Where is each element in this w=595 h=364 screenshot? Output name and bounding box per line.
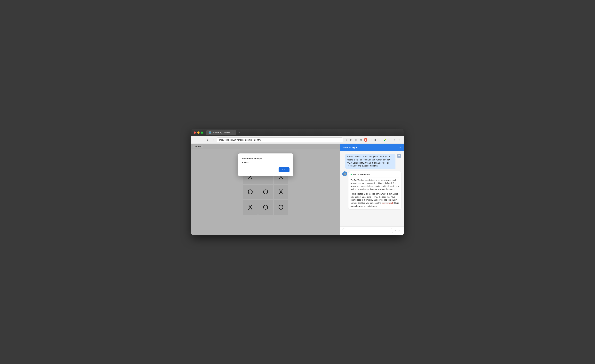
toolbar-icons: ☆ ⊞ ▦ ◉ 1 ⋮⋮ ⚙ ↓ 🧩 | ⊙ ⋮ [344,138,402,142]
user-avatar [397,154,401,158]
separator: | [388,138,392,142]
workflow-arrow-icon: › [399,173,399,176]
extensions-icon-2[interactable]: ▦ [354,138,358,142]
chat-input-area: 0 ▷ [340,226,404,235]
chat-pane: MacOS Agent ↺ Explain what is Tic-Tac-To… [340,144,404,235]
dialog-box: localhost:8000 says X wins! OK [238,153,293,176]
reload-button[interactable]: ↺ [205,138,210,142]
workflow-status-dot [351,174,352,175]
dialog-buttons: OK [242,167,290,172]
title-bar: 🌐 macOS Agent Demo × + ⌄ [191,129,404,136]
user-message-container: Explain what is Tic-Tac-Toe game, I want… [342,154,401,169]
apps-icon[interactable]: ⋮⋮ [368,138,372,142]
minimize-button[interactable] [197,131,199,134]
browser-content: Refresh X X O O X X O O localhost:8 [191,144,404,235]
char-count: 0 [395,230,396,232]
settings-icon[interactable]: ⚙ [373,138,377,142]
tab-label: macOS Agent Demo [212,131,230,134]
notification-badge: 1 [364,138,367,142]
extensions-icon-3[interactable]: 🧩 [383,138,387,142]
tab-favicon: 🌐 [209,131,211,134]
profile-icon[interactable]: ◉ [359,138,363,142]
chat-input[interactable] [342,228,393,233]
back-button[interactable]: ← [193,138,198,142]
dialog-ok-button[interactable]: OK [279,167,290,172]
agent-message-row: 🤖 Workflow Process › Tic-Tac-Toe is a cl… [342,172,401,209]
workflow-badge-left: Workflow Process [351,173,370,176]
dialog-title: localhost:8000 says [242,157,290,160]
maximize-button[interactable] [201,131,203,134]
agent-message-text-1: Tic-Tac-Toe is a classic two-player game… [351,179,399,191]
chat-header: MacOS Agent ↺ [340,144,404,151]
vpn-icon[interactable]: ⊙ [393,138,397,142]
user-message-bubble: Explain what is Tic-Tac-Toe game, I want… [345,154,396,169]
user-message-text: Explain what is Tic-Tac-Toe game, I want… [347,156,390,167]
send-button[interactable]: ▷ [397,228,402,233]
menu-icon[interactable]: ⋮ [397,138,402,142]
agent-code-inline: index.html [382,202,394,204]
chat-title: MacOS Agent [343,146,358,149]
download-icon[interactable]: ↓ [378,138,382,142]
chat-refresh-icon[interactable]: ↺ [399,146,401,149]
browser-toolbar: ← → ↺ ⌂ http://localhost:8000/macos-agen… [191,136,404,144]
address-bar[interactable]: http://localhost:8000/macos-agent-demo.h… [217,137,343,142]
close-button[interactable] [194,131,196,134]
agent-message-text-2: I have created a Tic-Tac-Toe game where … [351,192,399,208]
extensions-icon[interactable]: ⊞ [349,138,353,142]
mac-window: 🌐 macOS Agent Demo × + ⌄ ← → ↺ ⌂ http://… [191,129,404,235]
dialog-overlay: localhost:8000 says X wins! OK [191,144,340,235]
home-button[interactable]: ⌂ [211,138,216,142]
agent-avatar: 🤖 [342,172,347,176]
svg-point-0 [399,155,400,156]
active-tab[interactable]: 🌐 macOS Agent Demo × [206,130,236,135]
web-pane: Refresh X X O O X X O O localhost:8 [191,144,340,235]
user-message-row: Explain what is Tic-Tac-Toe game, I want… [342,154,401,169]
workflow-badge: Workflow Process › [351,173,399,178]
bookmark-icon[interactable]: ☆ [344,138,348,142]
tab-close-button[interactable]: × [232,131,234,134]
dialog-message: X wins! [242,161,290,164]
workflow-label: Workflow Process [353,173,370,176]
traffic-lights [194,131,203,134]
forward-button[interactable]: → [199,138,204,142]
new-tab-button[interactable]: + [237,131,241,135]
url-text: http://localhost:8000/macos-agent-demo.h… [219,139,261,141]
agent-message-bubble: Workflow Process › Tic-Tac-Toe is a clas… [348,172,401,209]
chat-messages: Explain what is Tic-Tac-Toe game, I want… [340,151,404,226]
tab-list-button[interactable]: ⌄ [399,131,401,134]
tab-bar: 🌐 macOS Agent Demo × + [206,130,398,135]
